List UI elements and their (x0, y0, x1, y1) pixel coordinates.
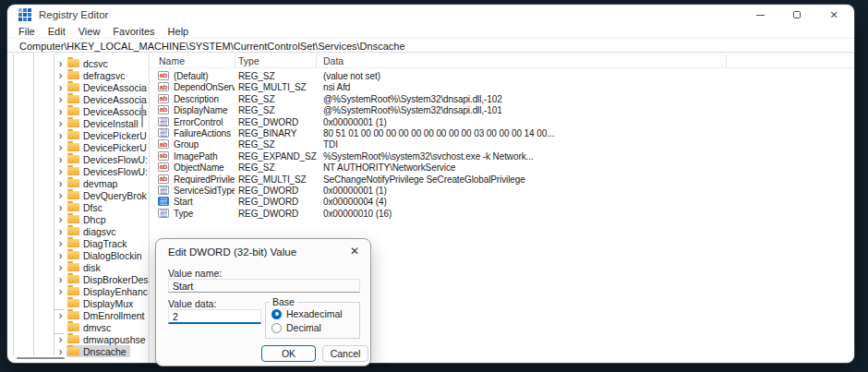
tree-item-dnscache[interactable]: ›Dnscache (7, 345, 149, 357)
folder-icon (67, 251, 79, 259)
decimal-radio[interactable]: Decimal (271, 322, 359, 333)
radio-checked-icon (271, 309, 282, 319)
column-divider[interactable] (235, 54, 235, 67)
chevron-right-icon[interactable]: › (54, 251, 66, 260)
tree-item-devicesflowu-[interactable]: ›DevicesFlowU: (7, 153, 149, 165)
tree-item-dcsvc[interactable]: ›dcsvc (7, 57, 149, 69)
column-header-type[interactable]: Type (238, 55, 259, 66)
menu-help[interactable]: Help (162, 26, 196, 37)
tree-item-dialogblockin[interactable]: ›DialogBlockin (7, 249, 149, 261)
registry-value-row-start[interactable]: 110 011StartREG_DWORD0x00000004 (4) (151, 196, 854, 207)
chevron-right-icon[interactable]: › (54, 275, 66, 284)
tree-item-devicesflowu-[interactable]: ›DevicesFlowU: (7, 165, 149, 177)
registry-value-row-displayname[interactable]: abDisplayNameREG_SZ@%SystemRoot%\System3… (151, 104, 854, 115)
tree-item-content: disk (66, 261, 104, 273)
chevron-right-icon[interactable]: › (54, 287, 66, 296)
tree-vertical-scrollbar[interactable] (141, 104, 143, 127)
tree-item-label: DevicesFlowU: (83, 166, 148, 177)
chevron-right-icon[interactable]: › (54, 191, 66, 200)
chevron-right-icon[interactable]: › (54, 119, 66, 128)
registry-value-row-type[interactable]: 110 011TypeREG_DWORD0x00000010 (16) (151, 208, 854, 219)
tree-horizontal-scrollbar[interactable] (17, 357, 65, 359)
chevron-right-icon[interactable]: › (54, 155, 66, 164)
value-data-field[interactable] (168, 309, 261, 324)
tree-item-devicepickeru[interactable]: ›DevicePickerU (7, 141, 149, 153)
chevron-right-icon[interactable]: › (54, 263, 66, 272)
registry-value-row-group[interactable]: abGroupREG_SZTDI (151, 138, 854, 150)
tree-item-defragsvc[interactable]: ›defragsvc (7, 69, 149, 81)
registry-value-row-servicesidtype[interactable]: 110 011ServiceSidTypeREG_DWORD0x00000001… (151, 185, 854, 196)
maximize-button[interactable] (778, 5, 815, 25)
menubar: File Edit View Favorites Help (7, 25, 854, 39)
value-name-field[interactable] (168, 279, 360, 293)
chevron-right-icon[interactable]: › (54, 131, 66, 140)
registry-value-row-dependonservice[interactable]: abDependOnServiceREG_MULTI_SZnsi Afd (151, 81, 854, 92)
chevron-right-icon[interactable]: › (54, 95, 66, 104)
dialog-close-icon[interactable]: ✕ (350, 245, 359, 258)
menu-file[interactable]: File (12, 26, 42, 37)
value-data: 0x00000001 (1) (323, 117, 850, 127)
titlebar[interactable]: Registry Editor ✕ (7, 5, 854, 25)
address-bar[interactable]: Computer\HKEY_LOCAL_MACHINE\SYSTEM\Curre… (7, 40, 854, 53)
tree-item-displayenhanc[interactable]: ›DisplayEnhanc (7, 285, 149, 297)
column-header-data[interactable]: Data (323, 55, 344, 66)
chevron-right-icon[interactable]: › (54, 71, 66, 80)
registry-value-row--default-[interactable]: ab(Default)REG_SZ(value not set) (151, 70, 854, 81)
minimize-button[interactable] (741, 5, 778, 25)
tree-item-dispbrokerdes[interactable]: ›DispBrokerDes (7, 273, 149, 285)
registry-value-row-requiredprivileg-[interactable]: abRequiredPrivileg...REG_MULTI_SZSeChang… (151, 174, 854, 185)
chevron-right-icon[interactable]: › (54, 83, 66, 92)
tree-item-devquerybrok[interactable]: ›DevQueryBrok (7, 189, 149, 201)
tree-item-deviceinstall[interactable]: ›DeviceInstall (7, 117, 149, 129)
cancel-button[interactable]: Cancel (322, 345, 368, 362)
registry-value-row-failureactions[interactable]: 110 011FailureActionsREG_BINARY80 51 01 … (151, 127, 854, 138)
registry-value-row-objectname[interactable]: abObjectNameREG_SZNT AUTHORITY\NetworkSe… (151, 162, 854, 173)
base-group: Base Hexadecimal Decimal (265, 296, 360, 339)
tree-item-deviceassocia[interactable]: ›DeviceAssocia (7, 93, 149, 105)
column-header-name[interactable]: Name (159, 55, 185, 66)
registry-value-row-imagepath[interactable]: abImagePathREG_EXPAND_SZ%SystemRoot%\sys… (151, 150, 854, 162)
chevron-right-icon[interactable]: › (54, 335, 66, 344)
folder-icon (67, 287, 79, 295)
column-divider[interactable] (316, 54, 317, 67)
tree-list: ›dcsvc›defragsvc›DeviceAssocia›DeviceAss… (7, 57, 149, 357)
tree-item-diagtrack[interactable]: ›DiagTrack (7, 237, 149, 249)
value-name: ObjectName (174, 162, 235, 173)
chevron-right-icon[interactable]: › (54, 311, 66, 320)
registry-value-row-errorcontrol[interactable]: 110 011ErrorControlREG_DWORD0x00000001 (… (151, 116, 854, 127)
chevron-right-icon[interactable]: › (54, 347, 66, 356)
ok-button[interactable]: OK (261, 345, 316, 362)
tree-item-dmenrollment[interactable]: ›DmEnrollment (7, 309, 149, 321)
chevron-right-icon[interactable]: › (54, 239, 66, 248)
chevron-right-icon[interactable]: › (54, 179, 66, 188)
chevron-right-icon[interactable]: › (54, 59, 66, 68)
tree-item-diagsvc[interactable]: ›diagsvc (7, 225, 149, 237)
close-button[interactable]: ✕ (815, 5, 852, 25)
tree-item-dmvsc[interactable]: dmvsc (7, 321, 149, 333)
tree-item-displaymux[interactable]: DisplayMux (7, 297, 149, 309)
value-type: REG_DWORD (238, 186, 319, 196)
tree-item-dhcp[interactable]: ›Dhcp (7, 213, 149, 225)
column-divider[interactable] (726, 54, 727, 67)
chevron-right-icon[interactable]: › (54, 227, 66, 236)
tree-item-deviceassocia[interactable]: ›DeviceAssocia (7, 105, 149, 117)
column-header-row: Name Type Data (151, 54, 854, 68)
tree-item-devicepickeru[interactable]: ›DevicePickerU (7, 129, 149, 141)
chevron-right-icon[interactable]: › (54, 203, 66, 212)
tree-item-deviceassocia[interactable]: ›DeviceAssocia (7, 81, 149, 93)
tree-item-dfsc[interactable]: ›Dfsc (7, 201, 149, 213)
chevron-right-icon[interactable]: › (54, 215, 66, 224)
chevron-right-icon[interactable]: › (54, 143, 66, 152)
chevron-right-icon[interactable]: › (54, 167, 66, 176)
registry-value-row-description[interactable]: abDescriptionREG_SZ@%SystemRoot%\System3… (151, 93, 854, 104)
tree-item-devmap[interactable]: ›devmap (7, 177, 149, 189)
menu-edit[interactable]: Edit (42, 26, 72, 37)
tree-item-dmwappushse[interactable]: ›dmwappushse (7, 333, 149, 345)
menu-view[interactable]: View (72, 26, 107, 37)
menu-favorites[interactable]: Favorites (106, 26, 161, 37)
tree-item-disk[interactable]: ›disk (7, 261, 149, 273)
tree-item-label: DisplayEnhanc (83, 286, 148, 297)
hexadecimal-radio[interactable]: Hexadecimal (271, 308, 359, 319)
value-type: REG_SZ (238, 139, 319, 150)
chevron-right-icon[interactable]: › (54, 107, 66, 116)
